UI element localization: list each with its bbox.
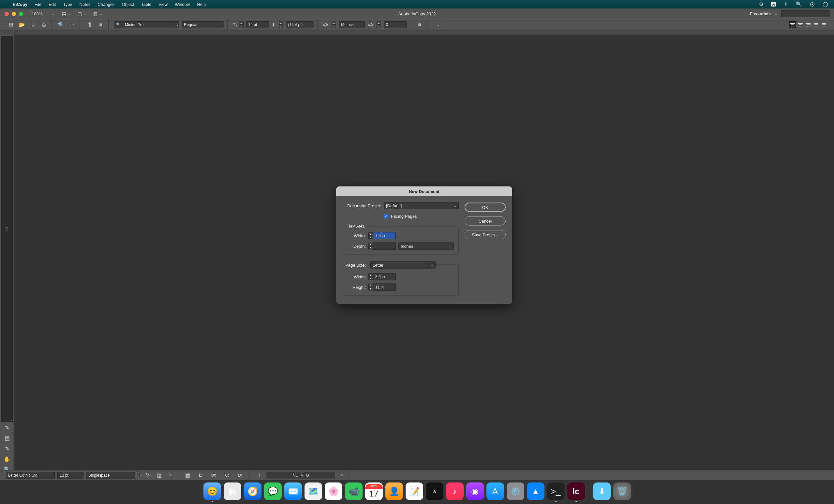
dock-safari[interactable]: 🧭 xyxy=(244,482,262,500)
control-center-icon[interactable]: ⦿ xyxy=(810,2,815,7)
font-style-combo[interactable]: ⌄ xyxy=(182,21,224,28)
bottom-size-combo[interactable]: ⌄ xyxy=(58,472,84,479)
dock-photos[interactable]: 🌸 xyxy=(325,482,342,500)
align-right-button[interactable] xyxy=(805,21,812,28)
menu-file[interactable]: File xyxy=(35,2,41,7)
dock-settings[interactable]: ⚙️ xyxy=(507,482,524,500)
dock-mail[interactable]: ✉️ xyxy=(284,482,302,500)
column-view-icon[interactable]: ▥ xyxy=(155,471,163,480)
save-icon[interactable]: ⤓ xyxy=(29,21,37,29)
bottom-font-combo[interactable]: ⌄ xyxy=(6,472,55,479)
panel-menu-icon[interactable]: ≡ xyxy=(415,21,424,29)
dock-facetime[interactable]: 📹 xyxy=(345,482,363,500)
bottom-spacing-combo[interactable]: ⌄ xyxy=(86,472,135,479)
dock-messages[interactable]: 💬 xyxy=(264,482,282,500)
menu-window[interactable]: Window xyxy=(175,2,190,7)
dock-trash[interactable]: 🗑️ xyxy=(613,482,631,500)
dock-tv[interactable]: tv xyxy=(426,482,443,500)
ta-depth-stepper[interactable]: ▲▼ xyxy=(368,243,373,249)
workspace-switcher[interactable]: Essentials xyxy=(750,12,771,16)
menu-view[interactable]: View xyxy=(158,2,168,7)
dock-contacts[interactable]: 👤 xyxy=(386,482,403,500)
pilcrow-icon[interactable]: ¶ xyxy=(85,21,94,29)
sync-icon[interactable]: ⇪ xyxy=(784,1,788,7)
align-center-button[interactable] xyxy=(797,21,804,28)
cancel-button[interactable]: Cancel xyxy=(465,217,506,225)
copyfit-icon[interactable]: ▦ xyxy=(183,471,192,480)
panel-menu-icon[interactable]: ≡ xyxy=(166,471,174,480)
dock-launchpad[interactable]: ▦ xyxy=(224,482,241,500)
chevron-down-icon[interactable]: ⌄ xyxy=(437,23,440,26)
user-icon[interactable]: ◯ xyxy=(822,1,828,7)
story-icon[interactable]: ⟟ xyxy=(255,471,264,480)
document-preset-select[interactable]: [Default] ⌄ xyxy=(384,202,459,209)
dock-podcasts[interactable]: ◉ xyxy=(466,482,484,500)
ta-width-stepper[interactable]: ▲▼ xyxy=(368,233,373,239)
panel-menu-icon[interactable]: ≡ xyxy=(337,471,346,480)
justify-all-button[interactable] xyxy=(820,21,828,28)
ok-button[interactable]: OK xyxy=(465,203,506,212)
bottom-spacing-input[interactable] xyxy=(86,473,139,478)
screen-mode-group[interactable]: ▢⌄ xyxy=(75,10,88,17)
help-search-field[interactable] xyxy=(781,10,830,17)
dock-calendar[interactable]: FEB 17 xyxy=(365,482,383,500)
ps-height-stepper[interactable]: ▲▼ xyxy=(368,284,373,290)
window-minimize-button[interactable] xyxy=(12,12,16,16)
menu-changes[interactable]: Changes xyxy=(98,2,115,7)
dock-incopy[interactable]: Ic xyxy=(567,482,585,500)
spellcheck-icon[interactable]: abc xyxy=(68,21,76,29)
input-source-icon[interactable]: A xyxy=(771,2,776,6)
menu-type[interactable]: Type xyxy=(63,2,72,7)
line-count-icon[interactable]: ½ xyxy=(144,471,152,480)
menu-notes[interactable]: Notes xyxy=(80,2,91,7)
menu-object[interactable]: Object xyxy=(122,2,134,7)
dock-notes[interactable]: 📝 xyxy=(405,482,423,500)
tracking-stepper[interactable]: ▲▼ xyxy=(377,22,381,28)
panel-menu-icon[interactable]: ≡ xyxy=(96,21,105,29)
new-icon[interactable]: ⊞ xyxy=(6,21,15,29)
leading-combo[interactable]: ⌄ xyxy=(286,21,314,28)
ta-depth-input[interactable] xyxy=(373,243,396,250)
dock-finder[interactable]: 😊 xyxy=(203,482,221,500)
position-tool[interactable]: ▤ xyxy=(1,433,13,443)
view-options-group[interactable]: ▤⌄ xyxy=(60,10,72,17)
window-zoom-button[interactable] xyxy=(19,12,23,16)
align-left-button[interactable] xyxy=(789,21,796,28)
zoom-dropdown-icon[interactable]: ⌄ xyxy=(51,12,54,16)
kerning-stepper[interactable]: ▲▼ xyxy=(332,22,336,28)
spotlight-icon[interactable]: 🔍 xyxy=(796,1,802,7)
font-size-combo[interactable]: ⌄ xyxy=(246,21,269,28)
font-style-input[interactable] xyxy=(182,22,235,27)
justify-left-button[interactable] xyxy=(812,21,820,28)
document-canvas[interactable]: New Document Document Preset: [Default] … xyxy=(14,35,834,475)
ta-width-input[interactable] xyxy=(373,232,396,239)
dock-downloads[interactable]: ⬇ xyxy=(593,482,611,500)
ps-width-input[interactable] xyxy=(373,273,396,280)
find-icon[interactable]: 🔍 xyxy=(57,21,66,29)
bottom-font-input[interactable] xyxy=(6,473,59,478)
kerning-combo[interactable]: ⌄ xyxy=(339,21,365,28)
font-family-combo[interactable]: 🔍 ⌄ xyxy=(114,21,179,28)
ta-depth-unit-select[interactable]: Inches ⌄ xyxy=(398,243,454,250)
tracking-input[interactable] xyxy=(384,22,437,27)
ps-width-stepper[interactable]: ▲▼ xyxy=(368,273,373,280)
page-size-select[interactable]: Letter ⌄ xyxy=(370,261,436,269)
leading-stepper[interactable]: ▲▼ xyxy=(279,22,283,28)
dock-app-generic[interactable]: ▲ xyxy=(527,482,545,500)
chevron-down-icon[interactable]: ⌄ xyxy=(775,12,777,16)
zoom-level[interactable]: 100% xyxy=(31,12,47,16)
chevron-down-icon[interactable]: ⌄ xyxy=(176,23,179,26)
open-icon[interactable]: 📂 xyxy=(18,21,26,29)
ruler-origin[interactable]: ›› xyxy=(0,30,14,35)
arrange-group[interactable]: ▥⌄ xyxy=(91,10,103,17)
dock-music[interactable]: ♪ xyxy=(446,482,464,500)
menubar-extra-icon[interactable]: ⚙︎ xyxy=(759,1,763,7)
hand-tool[interactable]: ✋ xyxy=(1,454,13,464)
save-preset-button[interactable]: Save Preset... xyxy=(465,230,506,239)
facing-pages-label[interactable]: Facing Pages xyxy=(391,214,417,219)
facing-pages-checkbox[interactable]: ✓ xyxy=(384,214,388,218)
print-icon[interactable]: ⎙ xyxy=(40,21,48,29)
type-tool[interactable]: T xyxy=(1,36,13,422)
eyedropper-tool[interactable]: ✎ xyxy=(1,444,13,454)
dock-maps[interactable]: 🗺️ xyxy=(305,482,322,500)
